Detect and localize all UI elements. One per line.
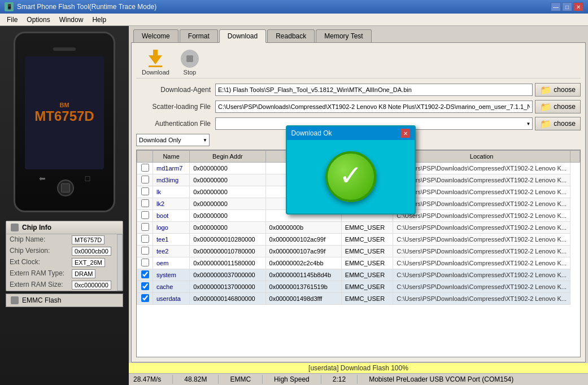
- success-circle: ✓: [325, 151, 376, 202]
- check-mark: ✓: [339, 161, 363, 190]
- modal-body: ✓: [287, 140, 415, 213]
- modal-overlay: Download Ok ✕ ✓: [0, 0, 588, 385]
- modal-titlebar: Download Ok ✕: [287, 126, 415, 140]
- modal-close-button[interactable]: ✕: [401, 129, 410, 138]
- download-ok-modal: Download Ok ✕ ✓: [286, 125, 416, 215]
- modal-title: Download Ok: [291, 129, 332, 137]
